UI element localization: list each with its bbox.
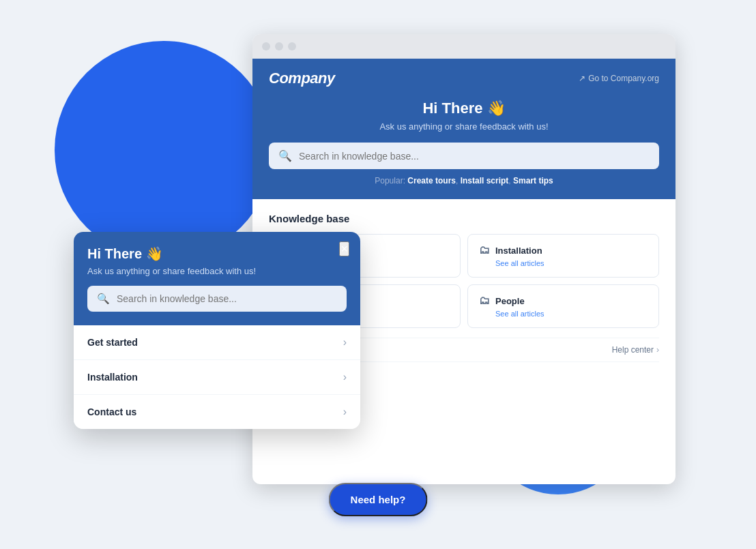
hc-topbar: Company ↗ Go to Company.org: [269, 70, 659, 87]
hc-popular: Popular: Create tours, Install script, S…: [269, 176, 659, 186]
browser-titlebar: [252, 34, 675, 59]
widget-header: × Hi There 👋 Ask us anything or share fe…: [74, 232, 360, 325]
browser-dot-3: [288, 42, 296, 50]
hc-logo: Company: [269, 70, 335, 87]
widget-list-item-installation[interactable]: Installation ›: [74, 360, 360, 395]
popular-link-2[interactable]: Install script: [461, 176, 509, 186]
widget-close-button[interactable]: ×: [339, 241, 349, 256]
hc-title: Hi There 👋: [269, 100, 659, 117]
kb-card-link-2[interactable]: See all articles: [495, 259, 648, 267]
widget-body: Get started › Installation › Contact us …: [74, 325, 360, 429]
widget-list-item-contact-us[interactable]: Contact us ›: [74, 395, 360, 429]
kb-card-installation[interactable]: 🗂 Installation See all articles: [467, 234, 659, 278]
chevron-icon-item-2: ›: [343, 371, 347, 383]
popular-link-1[interactable]: Create tours: [407, 176, 456, 186]
widget-search-bar[interactable]: 🔍: [87, 286, 347, 312]
kb-card-link-4[interactable]: See all articles: [495, 310, 648, 318]
hc-goto-link[interactable]: ↗ Go to Company.org: [579, 74, 659, 83]
chevron-icon-2: ›: [656, 345, 659, 355]
widget-search-icon: 🔍: [97, 293, 110, 305]
chevron-icon-item-1: ›: [343, 336, 347, 348]
widget-title: Hi There 👋: [87, 246, 347, 262]
widget-search-input[interactable]: [117, 293, 337, 304]
popular-link-3[interactable]: Smart tips: [513, 176, 553, 186]
external-link-icon: ↗: [579, 74, 585, 83]
hc-footer-help-center[interactable]: Help center ›: [612, 345, 659, 355]
folder-icon-2: 🗂: [479, 244, 490, 256]
widget-list-item-get-started[interactable]: Get started ›: [74, 325, 360, 360]
browser-dot-1: [262, 42, 270, 50]
kb-card-people[interactable]: 🗂 People See all articles: [467, 284, 659, 328]
kb-section-title: Knowledge base: [269, 213, 659, 224]
hc-title-area: Hi There 👋 Ask us anything or share feed…: [269, 100, 659, 132]
kb-card-title-2: 🗂 Installation: [479, 244, 648, 256]
chevron-icon-item-3: ›: [343, 406, 347, 418]
hc-search-bar[interactable]: 🔍: [269, 143, 659, 169]
browser-dot-2: [275, 42, 283, 50]
folder-icon-4: 🗂: [479, 295, 490, 307]
search-icon: 🔍: [278, 149, 292, 162]
hc-subtitle: Ask us anything or share feedback with u…: [269, 121, 659, 132]
bg-circle-left: [55, 41, 273, 259]
widget-subtitle: Ask us anything or share feedback with u…: [87, 266, 347, 276]
kb-card-title-4: 🗂 People: [479, 295, 648, 307]
hc-header: Company ↗ Go to Company.org Hi There 👋 A…: [252, 59, 675, 199]
widget-popup: × Hi There 👋 Ask us anything or share fe…: [74, 232, 360, 429]
hc-search-input[interactable]: [299, 151, 650, 162]
need-help-button[interactable]: Need help?: [329, 483, 428, 516]
